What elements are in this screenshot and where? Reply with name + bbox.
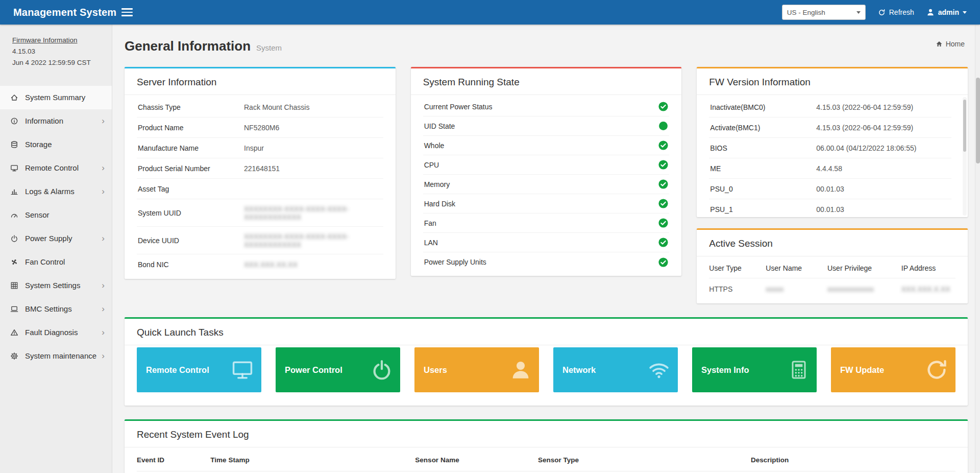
power-icon xyxy=(10,234,25,243)
sidebar-item-power-supply[interactable]: Power Supply › xyxy=(0,227,112,250)
column-header-sensor-type: Sensor Type xyxy=(538,448,751,471)
status-row: Power Supply Units xyxy=(423,252,670,272)
gauge-icon xyxy=(10,211,25,219)
sidebar-item-label: System Settings xyxy=(25,281,99,290)
status-ok-icon xyxy=(658,160,668,170)
user-menu[interactable]: admin xyxy=(926,8,967,16)
status-row: Hard Disk xyxy=(423,194,670,214)
sidebar-item-label: System maintenance xyxy=(25,351,99,360)
status-ok-icon xyxy=(658,102,668,111)
info-row: Device UUIDXXXXXXXX-XXXX-XXXX-XXXX-XXXXX… xyxy=(137,227,383,254)
firmware-date: Jun 4 2022 12:59:59 CST xyxy=(12,59,91,66)
chevron-right-icon: › xyxy=(102,351,105,360)
info-row: Product Serial Number221648151 xyxy=(137,158,383,179)
quick-launch-power-control[interactable]: Power Control xyxy=(276,347,400,392)
column-header-time-stamp: Time Stamp xyxy=(210,448,415,471)
main-content: General Information System Home Server I… xyxy=(112,25,980,473)
home-icon xyxy=(10,93,25,102)
page-header: General Information System Home xyxy=(112,25,980,67)
sidebar-item-information[interactable]: Information › xyxy=(0,109,112,133)
session-table-row: HTTPS xxxxx xxxxxxxxxxxxx XXX.XXX.X.XX xyxy=(709,278,955,296)
sidebar-item-label: Power Supply xyxy=(25,234,99,243)
page-scrollbar-thumb[interactable] xyxy=(976,78,980,163)
sidebar-item-storage[interactable]: Storage xyxy=(0,133,112,156)
column-header: User Privilege xyxy=(827,264,901,272)
monitor-icon xyxy=(10,164,25,172)
column-header: IP Address xyxy=(901,264,955,272)
calculator-icon xyxy=(789,360,809,380)
status-row: Fan xyxy=(423,214,670,233)
sidebar-item-logs-alarms[interactable]: Logs & Alarms › xyxy=(0,180,112,203)
user-icon xyxy=(510,359,531,381)
quick-launch-users[interactable]: Users xyxy=(414,347,539,392)
chevron-right-icon: › xyxy=(102,234,105,243)
menu-toggle-icon[interactable] xyxy=(121,8,133,16)
firmware-version: 4.15.03 xyxy=(12,48,35,55)
sidebar-item-system-maintenance[interactable]: System maintenance › xyxy=(0,344,112,368)
session-user-type: HTTPS xyxy=(709,285,766,293)
session-user-privilege: xxxxxxxxxxxxx xyxy=(827,285,901,293)
warning-icon xyxy=(10,328,25,337)
page-scrollbar xyxy=(975,25,980,473)
status-ok-icon xyxy=(658,218,668,228)
system-running-state-card: System Running State Current Power Statu… xyxy=(411,67,682,276)
firmware-info-block: Firmware Information 4.15.03 Jun 4 2022 … xyxy=(0,25,112,72)
status-ok-icon xyxy=(658,199,668,208)
quick-launch-system-info[interactable]: System Info xyxy=(692,347,817,392)
card-scrollbar xyxy=(963,97,967,216)
gear-icon xyxy=(10,352,25,360)
card-title: Server Information xyxy=(125,68,396,95)
info-row: Activate(BMC1)4.15.03 (2022-06-04 12:59:… xyxy=(709,117,951,138)
masked-value: XXXXXXXX-XXXX-XXXX-XXXX-XXXXXXXXXXXX xyxy=(244,205,382,221)
info-row: ME4.4.4.58 xyxy=(709,158,951,179)
language-selected-value: US - English xyxy=(787,9,825,16)
sidebar-item-system-settings[interactable]: System Settings › xyxy=(0,274,112,297)
info-row: Product NameNF5280M6 xyxy=(137,117,383,138)
sidebar-item-label: Information xyxy=(25,116,99,125)
app-title[interactable]: Management System xyxy=(13,7,121,18)
sidebar-item-label: Storage xyxy=(25,140,105,149)
sidebar-item-fault-diagnosis[interactable]: Fault Diagnosis › xyxy=(0,321,112,344)
sidebar-item-fan-control[interactable]: Fan Control xyxy=(0,250,112,274)
column-header-event-id: Event ID xyxy=(137,448,210,471)
sidebar-item-sensor[interactable]: Sensor xyxy=(0,203,112,227)
info-row: PSU_000.01.03 xyxy=(709,179,951,199)
session-ip-address: XXX.XXX.X.XX xyxy=(901,285,955,293)
chevron-right-icon: › xyxy=(102,304,105,313)
quick-launch-network[interactable]: Network xyxy=(553,347,678,392)
status-row: Current Power Status xyxy=(423,97,670,116)
chevron-right-icon: › xyxy=(102,328,105,337)
firmware-info-link[interactable]: Firmware Information xyxy=(12,35,78,46)
event-log-table: Event ID Time Stamp Sensor Name Sensor T… xyxy=(137,448,955,471)
sidebar-nav: System Summary Information › Storage Rem… xyxy=(0,86,112,368)
language-select[interactable]: US - English xyxy=(782,5,866,20)
refresh-button[interactable]: Refresh xyxy=(878,8,914,16)
status-ok-icon xyxy=(658,238,668,247)
server-information-card: Server Information Chassis TypeRack Moun… xyxy=(125,67,396,279)
quick-launch-fw-update[interactable]: FW Update xyxy=(831,347,955,392)
column-header-description: Description xyxy=(751,448,955,471)
chevron-right-icon: › xyxy=(102,163,105,172)
power-icon xyxy=(371,359,393,381)
column-header-sensor-name: Sensor Name xyxy=(415,448,538,471)
masked-value: XXXXXXXX-XXXX-XXXX-XXXX-XXXXXXXXXXXX xyxy=(244,232,382,249)
monitor-icon xyxy=(231,359,254,381)
sidebar-item-label: BMC Settings xyxy=(25,304,99,313)
recent-event-log-card: Recent System Event Log Event ID Time St… xyxy=(125,419,968,473)
status-ok-icon xyxy=(658,257,668,267)
chevron-down-icon xyxy=(963,11,967,14)
breadcrumb[interactable]: Home xyxy=(936,40,965,48)
sidebar: Firmware Information 4.15.03 Jun 4 2022 … xyxy=(0,25,112,473)
laptop-icon xyxy=(10,305,25,313)
quick-launch-remote-control[interactable]: Remote Control xyxy=(137,347,261,392)
sidebar-item-system-summary[interactable]: System Summary xyxy=(0,86,112,109)
column-header: User Name xyxy=(766,264,827,272)
home-icon xyxy=(936,40,943,48)
card-scrollbar-thumb[interactable] xyxy=(963,100,966,152)
sidebar-item-bmc-settings[interactable]: BMC Settings › xyxy=(0,297,112,321)
card-title: Active Session xyxy=(697,230,968,256)
breadcrumb-home-label: Home xyxy=(946,40,965,48)
chevron-right-icon: › xyxy=(102,281,105,290)
refresh-icon xyxy=(878,9,886,16)
sidebar-item-remote-control[interactable]: Remote Control › xyxy=(0,156,112,180)
